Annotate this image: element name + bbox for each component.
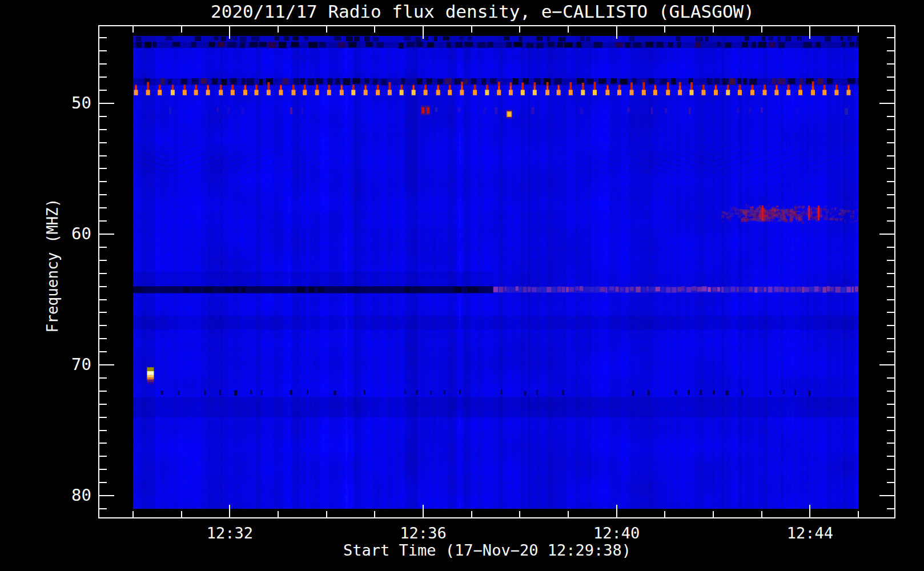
tick-mark — [887, 207, 894, 208]
tick-mark — [229, 26, 230, 39]
tick-mark — [761, 511, 762, 517]
tick-mark — [278, 511, 279, 517]
tick-mark — [887, 312, 894, 313]
tick-mark — [99, 273, 107, 274]
y-tick-label: 80 — [23, 485, 91, 505]
tick-mark — [887, 37, 894, 38]
tick-mark — [132, 26, 134, 33]
tick-mark — [99, 377, 107, 379]
tick-mark — [879, 495, 894, 496]
x-tick-label: 12:36 — [400, 524, 446, 542]
tick-mark — [879, 103, 894, 104]
tick-mark — [887, 90, 894, 91]
tick-mark — [887, 404, 894, 405]
tick-mark — [99, 430, 107, 431]
tick-mark — [99, 456, 107, 457]
tick-mark — [761, 26, 762, 33]
tick-mark — [887, 456, 894, 457]
tick-mark — [423, 26, 424, 39]
tick-mark — [616, 505, 617, 517]
y-tick-label: 60 — [23, 224, 91, 243]
tick-mark — [99, 220, 107, 222]
x-tick-label: 12:32 — [207, 524, 253, 542]
tick-mark — [99, 50, 107, 51]
tick-mark — [887, 247, 894, 248]
tick-mark — [99, 77, 107, 78]
tick-mark — [99, 103, 114, 104]
plot-frame — [98, 25, 895, 518]
tick-mark — [887, 194, 894, 195]
tick-mark — [99, 299, 107, 300]
tick-mark — [887, 77, 894, 78]
callisto-spectrogram-page: { "chart_data": { "type": "heatmap", "ti… — [0, 0, 924, 571]
tick-mark — [887, 155, 894, 156]
tick-mark — [99, 508, 107, 509]
tick-mark — [887, 168, 894, 169]
tick-mark — [887, 482, 894, 483]
tick-mark — [99, 417, 107, 418]
tick-mark — [887, 273, 894, 274]
tick-mark — [568, 511, 569, 517]
tick-mark — [887, 377, 894, 379]
y-tick-label: 50 — [23, 93, 91, 112]
tick-mark — [99, 168, 107, 169]
x-tick-label: 12:44 — [787, 524, 833, 542]
y-tick-label: 70 — [23, 355, 91, 374]
chart-title: 2020/11/17 Radio flux density, e−CALLIST… — [211, 1, 754, 22]
tick-mark — [664, 511, 665, 517]
tick-mark — [879, 364, 894, 365]
tick-mark — [887, 430, 894, 431]
tick-mark — [887, 338, 894, 339]
tick-mark — [887, 142, 894, 143]
tick-mark — [887, 63, 894, 65]
tick-mark — [887, 286, 894, 287]
spectrogram-figure: 2020/11/17 Radio flux density, e−CALLIST… — [0, 0, 924, 571]
tick-mark — [99, 482, 107, 483]
tick-mark — [326, 511, 327, 517]
tick-mark — [99, 181, 107, 182]
tick-mark — [809, 505, 810, 517]
tick-mark — [887, 116, 894, 117]
tick-mark — [713, 26, 714, 33]
tick-mark — [99, 325, 107, 326]
tick-mark — [887, 325, 894, 326]
tick-mark — [99, 312, 107, 313]
tick-mark — [99, 351, 107, 352]
tick-mark — [887, 181, 894, 182]
tick-mark — [858, 26, 859, 33]
tick-mark — [887, 508, 894, 509]
x-tick-label: 12:40 — [593, 524, 640, 542]
tick-mark — [99, 247, 107, 248]
tick-mark — [99, 116, 107, 117]
tick-mark — [887, 417, 894, 418]
tick-mark — [99, 142, 107, 143]
tick-mark — [471, 26, 472, 33]
tick-mark — [132, 511, 134, 517]
x-axis-title: Start Time (17−Nov−20 12:29:38) — [343, 541, 631, 559]
tick-mark — [99, 234, 114, 235]
tick-mark — [568, 26, 569, 33]
tick-mark — [858, 511, 859, 517]
tick-mark — [181, 511, 182, 517]
tick-mark — [887, 220, 894, 222]
tick-mark — [99, 129, 107, 130]
tick-mark — [181, 26, 182, 33]
tick-mark — [99, 90, 107, 91]
tick-mark — [99, 364, 114, 365]
tick-mark — [713, 511, 714, 517]
tick-mark — [887, 469, 894, 470]
tick-mark — [99, 63, 107, 65]
y-axis-title: Frequency (MHZ) — [44, 199, 61, 333]
tick-mark — [374, 511, 375, 517]
tick-mark — [99, 443, 107, 444]
tick-mark — [99, 194, 107, 195]
tick-mark — [887, 391, 894, 392]
tick-mark — [99, 260, 107, 261]
tick-mark — [879, 234, 894, 235]
tick-mark — [471, 511, 472, 517]
tick-mark — [99, 469, 107, 470]
tick-mark — [278, 26, 279, 33]
tick-mark — [99, 338, 107, 339]
tick-mark — [229, 505, 230, 517]
tick-mark — [99, 495, 114, 496]
